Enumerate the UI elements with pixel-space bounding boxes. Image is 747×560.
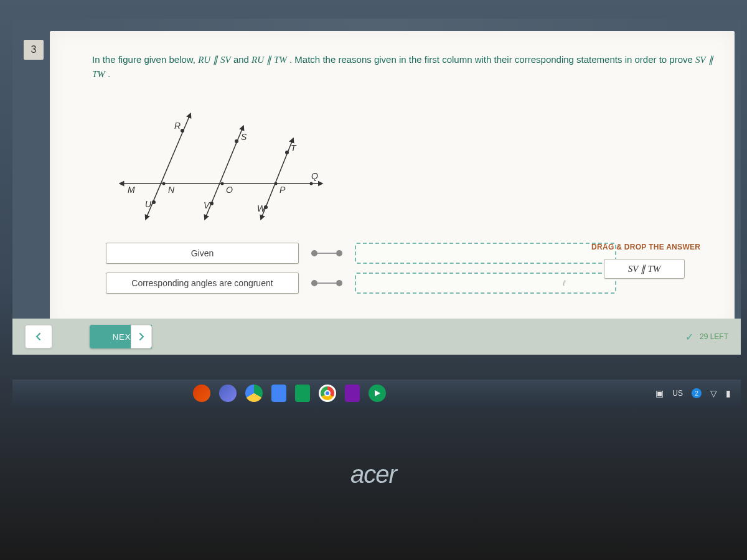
svg-text:W: W [257,203,266,213]
q-prove-tw: TW [92,69,105,79]
q-suffix: . Match the reasons given in the first c… [289,54,695,65]
answer-chip-sv-tw[interactable]: SV ∥ TW [604,259,685,279]
q-ru1: RU [198,55,210,65]
next-button-group: NEXT [90,325,152,348]
reason-box-given: Given [106,243,299,264]
google-docs-icon[interactable] [271,385,286,402]
reason-label-1: Given [191,248,214,258]
svg-point-13 [310,182,313,185]
content-panel: In the figure given below, RU ∥ SV and R… [50,31,735,330]
connector-dot-icon [336,280,342,286]
svg-text:P: P [280,185,286,195]
svg-text:R: R [174,121,181,131]
system-tray: ▣ US 2 ▽ ▮ [655,388,731,398]
next-button[interactable]: NEXT [90,325,152,348]
connector-line [317,282,336,284]
svg-point-12 [275,182,278,185]
svg-point-5 [235,139,238,143]
svg-text:U: U [145,199,152,209]
svg-point-7 [152,200,156,204]
q-tw: TW [274,55,287,65]
check-icon: ✓ [685,331,693,343]
drop-target-1[interactable] [355,243,616,264]
chrome-icon[interactable] [319,385,336,402]
svg-point-11 [221,182,224,185]
svg-text:S: S [241,132,247,142]
answer-chip-label: SV ∥ TW [628,263,661,274]
connector-dot-icon [311,280,317,286]
remaining-count: 29 LEFT [700,332,728,341]
q-end: . [108,68,110,79]
google-sheets-icon[interactable] [295,385,310,402]
svg-text:N: N [168,185,175,195]
play-store-icon[interactable] [369,385,386,402]
q-sv: SV [220,55,231,65]
keyboard-lang[interactable]: US [672,389,683,398]
reason-label-2: Corresponding angles are congruent [131,278,273,288]
connector-dot-icon [336,250,342,256]
wifi-icon[interactable]: ▽ [710,388,717,398]
question-number: 3 [31,44,37,55]
svg-point-8 [210,202,214,205]
connector-2[interactable] [311,281,342,285]
connector-1[interactable] [311,251,342,255]
progress-indicator: ✓ 29 LEFT [685,331,728,343]
svg-text:O: O [226,185,233,195]
next-arrow-button[interactable] [131,325,152,348]
navigation-bar: NEXT ✓ 29 LEFT [12,319,741,355]
q-par2: ∥ [266,55,274,65]
answer-bank: DRAG & DROP THE ANSWER SV ∥ TW [591,243,716,279]
os-taskbar: ▣ US 2 ▽ ▮ [12,380,741,407]
svg-text:Q: Q [311,171,318,181]
q-ru2: RU [251,55,264,65]
screenshot-icon[interactable]: ▣ [655,388,664,398]
svg-text:T: T [291,143,297,153]
svg-point-4 [181,129,184,133]
app-window: 3 In the figure given below, RU ∥ SV and… [12,19,741,355]
geometry-figure: R S T M N O P Q U V W [103,96,339,227]
chevron-right-icon [137,332,146,341]
q-prefix: In the figure given below, [92,54,198,65]
drop-target-2[interactable] [355,273,616,294]
question-text: In the figure given below, RU ∥ SV and R… [92,53,716,81]
connector-dot-icon [311,250,317,256]
chevron-left-icon [34,332,43,341]
play-triangle-icon [373,389,382,398]
prev-button[interactable] [25,325,52,348]
teams-icon[interactable] [219,385,237,402]
q-and: and [233,54,251,65]
q-par1: ∥ [213,55,220,65]
q-prove-sv: SV [695,55,706,65]
reason-box-corresponding: Corresponding angles are congruent [106,273,299,294]
office-icon[interactable] [193,385,210,402]
onenote-icon[interactable] [345,385,360,402]
answer-bank-title: DRAG & DROP THE ANSWER [591,243,716,251]
connector-line [317,253,336,254]
question-number-badge: 3 [24,40,44,60]
google-drive-icon[interactable] [245,385,263,402]
matching-area: Given Corresponding angles are congruent… [106,243,716,311]
laptop-brand-label: acer [0,460,747,488]
svg-text:M: M [128,185,135,195]
svg-point-10 [162,182,166,185]
battery-icon[interactable]: ▮ [726,388,731,398]
notification-badge[interactable]: 2 [692,388,702,398]
notification-count: 2 [695,390,698,397]
q-par3: ∥ [708,55,713,65]
svg-point-6 [285,151,289,154]
